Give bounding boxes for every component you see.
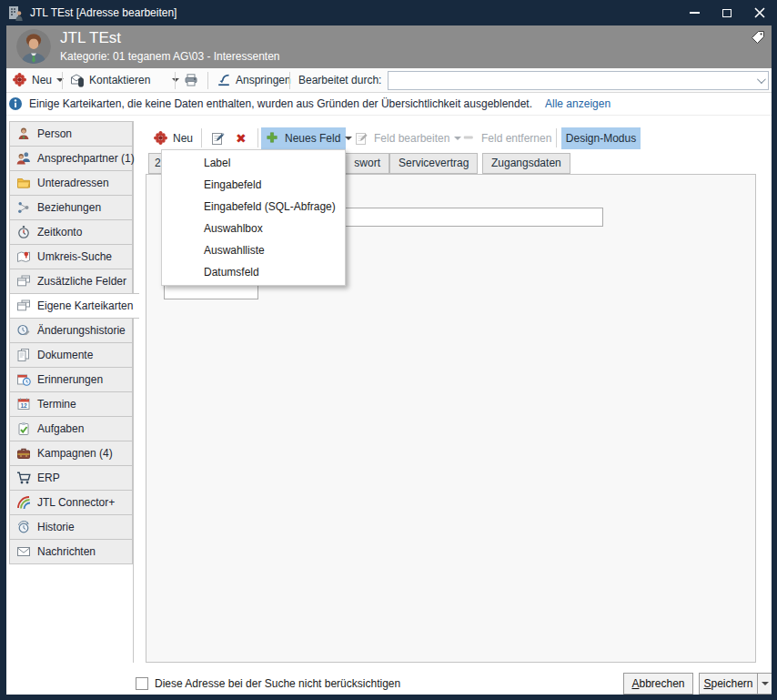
map-pin-icon: [16, 249, 31, 264]
sidebar-item-dokumente[interactable]: Dokumente: [9, 342, 133, 368]
contact-header: JTL TEst Kategorie: 01 teganem AG\03 - I…: [0, 25, 777, 68]
edit-icon: [355, 131, 369, 146]
field-neu-button[interactable]: Neu: [149, 127, 197, 149]
separator: [207, 72, 208, 89]
stopwatch-icon: [16, 225, 31, 239]
sidebar-item-historie[interactable]: Historie: [9, 514, 133, 540]
sidebar-item-label: Änderungshistorie: [37, 324, 126, 337]
alle-anzeigen-link[interactable]: Alle anzeigen: [545, 97, 610, 110]
windows-icon: [16, 299, 31, 313]
field-neu-label: Neu: [173, 132, 193, 145]
abbrechen-button[interactable]: Abbrechen: [623, 673, 693, 695]
menu-item-auswahlbox[interactable]: Auswahlbox: [162, 218, 345, 239]
minimize-button[interactable]: [684, 3, 704, 23]
sidebar-item-label: JTL Connector+: [37, 496, 115, 509]
window: JTL TEst [Adresse bearbeiten] JTL TEst K…: [0, 0, 777, 700]
tag-icon[interactable]: [751, 30, 765, 45]
sidebar-item-label: Person: [37, 127, 72, 140]
menu-item-label: Eingabefeld (SQL-Abfrage): [204, 200, 336, 213]
mail-icon: [16, 544, 31, 559]
delete-x-icon: ✖: [236, 132, 247, 145]
tab-zugangsdaten[interactable]: Zugangsdaten: [482, 153, 570, 174]
menu-item-label: Auswahlliste: [204, 244, 265, 257]
tab-servicevertrag[interactable]: Servicevertrag: [389, 153, 478, 174]
maximize-icon: [722, 9, 732, 17]
neues-feld-button[interactable]: Neues Feld: [261, 127, 346, 149]
sidebar-item-person[interactable]: Person: [9, 121, 133, 147]
sidebar-item-label: Beziehungen: [37, 201, 101, 214]
sidebar-item--nderungshistorie[interactable]: Änderungshistorie: [9, 318, 133, 343]
exclude-from-search-label: Diese Adresse bei der Suche nicht berück…: [155, 677, 400, 690]
separator: [175, 72, 176, 89]
sidebar: PersonAnsprechpartner (1)UnteradressenBe…: [9, 121, 134, 663]
close-button[interactable]: [750, 3, 770, 23]
kontaktieren-button[interactable]: Kontaktieren: [66, 70, 183, 90]
menu-item-label[interactable]: Label: [162, 152, 345, 174]
sidebar-item-erp[interactable]: ERP: [9, 465, 133, 491]
separator: [289, 72, 290, 89]
chevron-down-icon: [172, 78, 179, 82]
plus-icon: [266, 131, 280, 146]
tab-label: Zugangsdaten: [491, 157, 561, 169]
separator: [201, 128, 202, 147]
sidebar-item-label: Nachrichten: [37, 545, 96, 558]
contact-category: Kategorie: 01 teganem AG\03 - Interessen…: [60, 50, 280, 63]
sidebar-item-termine[interactable]: 12Termine: [9, 391, 133, 417]
app-icon: [7, 5, 24, 21]
feld-bearbeiten-button[interactable]: Feld bearbeiten: [350, 127, 466, 149]
sidebar-item-eigene-karteikarten[interactable]: Eigene Karteikarten: [9, 293, 139, 319]
document-icon: [16, 348, 31, 362]
clock-icon: [16, 520, 31, 534]
exclude-from-search-checkbox[interactable]: [136, 677, 148, 690]
edit-button[interactable]: [207, 127, 230, 149]
sidebar-item-jtl-connector-[interactable]: JTL Connector+: [9, 490, 133, 515]
speichern-dropdown-button[interactable]: [757, 673, 772, 695]
print-button[interactable]: [180, 70, 202, 90]
sidebar-item-erinnerungen[interactable]: Erinnerungen: [9, 367, 133, 392]
window-title: JTL TEst [Adresse bearbeiten]: [30, 6, 177, 19]
separator: [257, 128, 258, 147]
feld-entfernen-button[interactable]: Feld entfernen: [458, 127, 556, 149]
chevron-down-icon: [757, 75, 766, 84]
delete-field-button[interactable]: ✖: [231, 127, 251, 149]
tab-label: Servicevertrag: [399, 157, 469, 169]
bearbeitet-durch-combobox[interactable]: [388, 71, 769, 90]
sidebar-item-kampagnen-4-[interactable]: Kampagnen (4): [9, 441, 133, 466]
avatar: [16, 29, 51, 64]
svg-text:12: 12: [20, 402, 27, 409]
menu-item-auswahlliste[interactable]: Auswahlliste: [162, 239, 345, 261]
sidebar-item-zeitkonto[interactable]: Zeitkonto: [9, 219, 133, 245]
speichern-button[interactable]: Speichern: [699, 673, 757, 695]
menu-item-eingabefeld[interactable]: Eingabefeld: [162, 174, 345, 196]
sidebar-item-zus-tzliche-felder[interactable]: Zusätzliche Felder: [9, 269, 133, 294]
design-modus-button[interactable]: Design-Modus: [561, 127, 641, 149]
sidebar-item-label: Erinnerungen: [37, 373, 103, 386]
windows-icon: [16, 274, 31, 289]
neues-feld-label: Neues Feld: [285, 132, 340, 145]
maximize-button[interactable]: [717, 3, 737, 23]
window-controls: [684, 0, 770, 25]
info-icon: [8, 96, 23, 111]
sidebar-item-label: Kampagnen (4): [37, 447, 113, 460]
menu-item-label: Eingabefeld: [204, 178, 261, 191]
sidebar-item-umkreis-suche[interactable]: Umkreis-Suche: [9, 244, 133, 269]
anspringen-button[interactable]: Anspringen: [213, 70, 295, 90]
menu-item-label: Auswahlbox: [204, 222, 263, 235]
tab-strip: 2swortServicevertragZugangsdaten: [6, 153, 772, 175]
minimize-icon: [690, 12, 700, 14]
chevron-down-icon: [762, 682, 769, 685]
sidebar-item-nachrichten[interactable]: Nachrichten: [9, 539, 133, 564]
flower-icon: [154, 131, 168, 146]
separator: [62, 72, 63, 89]
tasks-icon: [16, 421, 31, 436]
jump-arrow-icon: [217, 73, 231, 87]
menu-item-datumsfeld[interactable]: Datumsfeld: [162, 261, 345, 283]
tab-label: 2: [155, 157, 161, 169]
sidebar-item-label: Dokumente: [37, 349, 93, 361]
menu-item-eingabefeld-sql-abfrage-[interactable]: Eingabefeld (SQL-Abfrage): [162, 196, 345, 218]
contact-name: JTL TEst: [60, 29, 121, 47]
briefcase-icon: [16, 446, 31, 461]
sidebar-item-beziehungen[interactable]: Beziehungen: [9, 195, 133, 220]
sidebar-item-aufgaben[interactable]: Aufgaben: [9, 416, 133, 441]
neu-button[interactable]: Neu: [9, 70, 67, 90]
